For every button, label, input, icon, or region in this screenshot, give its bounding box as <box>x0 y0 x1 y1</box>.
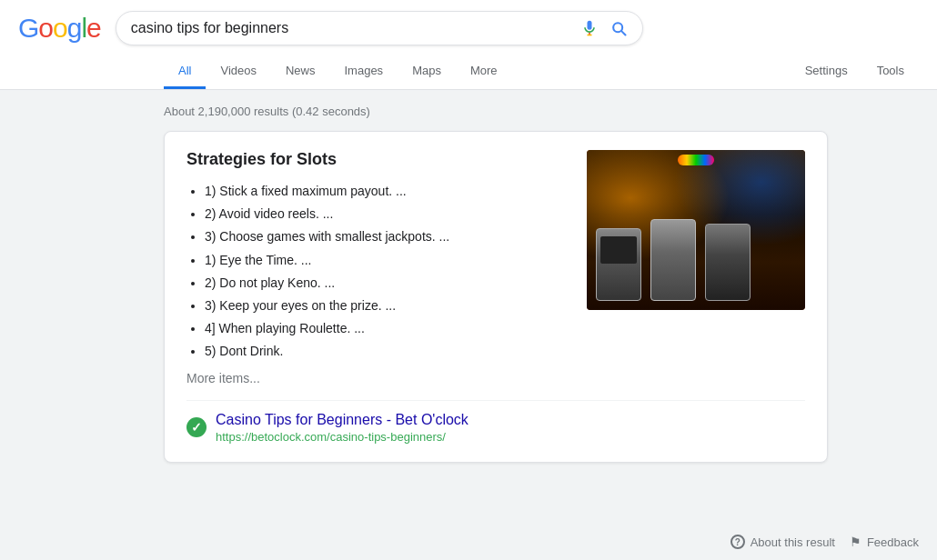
logo-letter-g: G <box>18 13 38 43</box>
list-item: 1) Eye the Time. ... <box>205 249 569 272</box>
source-badge: ✓ <box>186 417 207 437</box>
slot-machine-2 <box>650 219 696 301</box>
nav-tabs: All Videos News Images Maps More Setting… <box>18 55 919 89</box>
google-logo[interactable]: Google <box>18 13 101 44</box>
tab-images[interactable]: Images <box>329 55 398 89</box>
list-item: 2) Avoid video reels. ... <box>205 203 569 225</box>
nav-right: Settings Tools <box>791 55 919 89</box>
tab-tools[interactable]: Tools <box>862 55 919 89</box>
source-title-link[interactable]: Casino Tips for Beginners - Bet O'clock <box>216 412 468 427</box>
logo-letter-o1: o <box>38 13 53 43</box>
feedback-label: Feedback <box>867 535 919 549</box>
microphone-icon[interactable] <box>580 19 599 37</box>
footer: ? About this result ⚑ Feedback <box>712 524 937 560</box>
search-bar <box>116 11 643 45</box>
info-icon: ? <box>730 535 745 549</box>
more-items-link[interactable]: More items... <box>186 371 569 385</box>
logo-letter-e: e <box>86 13 101 43</box>
results-area: About 2,190,000 results (0.42 seconds) S… <box>0 90 937 481</box>
list-item: 3) Keep your eyes on the prize. ... <box>205 295 569 317</box>
search-icon[interactable] <box>610 19 628 37</box>
list-item: 1) Stick a fixed maximum payout. ... <box>205 180 569 203</box>
list-item: 5) Dont Drink. <box>205 340 569 363</box>
slot-machine-3 <box>705 224 751 301</box>
results-stats: About 2,190,000 results (0.42 seconds) <box>164 97 919 131</box>
list-item: 4] When playing Roulette. ... <box>205 317 569 340</box>
tab-all[interactable]: All <box>164 55 206 89</box>
search-icons <box>580 19 628 37</box>
card-text: Strategies for Slots 1) Stick a fixed ma… <box>186 150 569 385</box>
list-item: 2) Do not play Keno. ... <box>205 272 569 295</box>
card-list: 1) Stick a fixed maximum payout. ... 2) … <box>186 180 569 364</box>
tab-news[interactable]: News <box>271 55 330 89</box>
card-title: Strategies for Slots <box>186 150 569 169</box>
tab-maps[interactable]: Maps <box>398 55 456 89</box>
feedback-item[interactable]: ⚑ Feedback <box>850 535 919 549</box>
source-area: ✓ Casino Tips for Beginners - Bet O'cloc… <box>186 400 805 444</box>
tab-settings[interactable]: Settings <box>791 55 862 89</box>
tab-videos[interactable]: Videos <box>206 55 271 89</box>
flag-icon: ⚑ <box>850 535 861 549</box>
search-input[interactable] <box>131 20 580 36</box>
card-content: Strategies for Slots 1) Stick a fixed ma… <box>186 150 805 385</box>
slot-lights <box>678 155 714 165</box>
source-url[interactable]: https://betoclock.com/casino-tips-beginn… <box>216 430 468 444</box>
tab-more[interactable]: More <box>456 55 512 89</box>
header-top: Google <box>18 11 919 55</box>
logo-letter-g2: g <box>67 13 82 43</box>
about-result-label: About this result <box>751 535 835 549</box>
slot-machine-1 <box>596 228 641 301</box>
source-info: Casino Tips for Beginners - Bet O'clock … <box>216 412 468 444</box>
header: Google All Videos News <box>0 0 937 90</box>
logo-letter-o2: o <box>53 13 67 43</box>
casino-image-inner <box>587 150 805 310</box>
featured-card: Strategies for Slots 1) Stick a fixed ma… <box>164 131 828 463</box>
checkmark-icon: ✓ <box>191 420 202 435</box>
about-result-item[interactable]: ? About this result <box>730 535 835 549</box>
casino-image <box>587 150 805 310</box>
list-item: 3) Choose games with smallest jackpots. … <box>205 225 569 248</box>
